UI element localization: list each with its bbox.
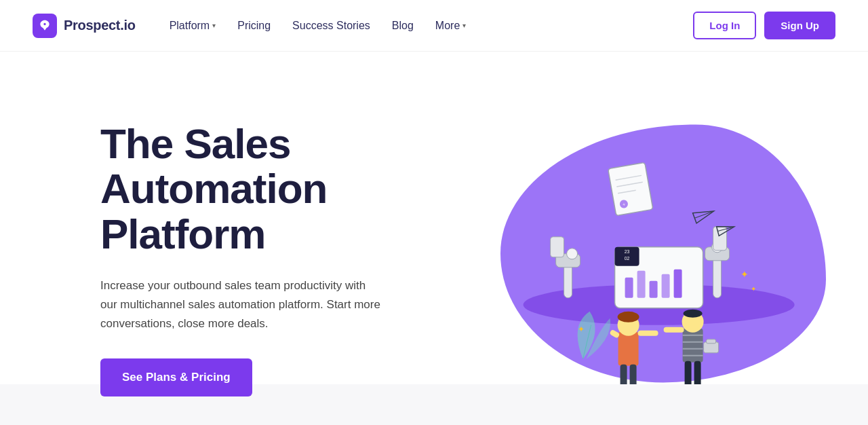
navigation: Prospect.io Platform ▾ Pricing Success S… (0, 0, 868, 52)
paper-plane-1 (693, 206, 716, 223)
cta-button[interactable]: See Plans & Pricing (100, 358, 252, 396)
nav-item-blog[interactable]: Blog (382, 14, 423, 37)
sparkle-3: ✦ (578, 325, 585, 334)
nav-links: Platform ▾ Pricing Success Stories Blog … (160, 14, 694, 37)
logo[interactable]: Prospect.io (33, 14, 136, 38)
svg-rect-8 (713, 227, 727, 251)
svg-rect-34 (638, 331, 658, 336)
svg-rect-45 (707, 339, 716, 344)
sparkle-1: ✦ (741, 269, 749, 280)
prospect-logo-symbol (38, 19, 52, 33)
svg-rect-46 (664, 327, 684, 333)
svg-rect-4 (551, 237, 564, 257)
hero-section: The Sales Automation Platform Increase y… (0, 52, 868, 425)
logo-icon (33, 14, 57, 38)
svg-point-43 (684, 310, 703, 318)
chevron-down-icon: ▾ (212, 22, 216, 29)
hero-content: The Sales Automation Platform Increase y… (100, 122, 426, 396)
signup-button[interactable]: Sign Up (764, 12, 835, 39)
svg-point-3 (567, 248, 578, 259)
svg-rect-12 (650, 281, 658, 298)
nav-actions: Log In Sign Up (693, 12, 835, 39)
nav-item-pricing[interactable]: Pricing (228, 14, 280, 37)
sparkle-2: ✦ (751, 285, 756, 293)
hero-title: The Sales Automation Platform (100, 122, 426, 258)
brand-name: Prospect.io (64, 18, 136, 33)
floating-doc: + (608, 162, 653, 215)
svg-rect-14 (674, 270, 682, 298)
nav-item-more[interactable]: More ▾ (426, 14, 475, 37)
chevron-down-icon-more: ▾ (462, 22, 466, 29)
nav-item-success-stories[interactable]: Success Stories (283, 14, 380, 37)
svg-rect-11 (637, 271, 646, 298)
login-button[interactable]: Log In (693, 12, 756, 39)
svg-text:23: 23 (625, 249, 630, 254)
svg-rect-13 (662, 274, 670, 298)
hero-illustration: 23 02 + (426, 92, 835, 425)
nav-item-platform[interactable]: Platform ▾ (160, 14, 226, 37)
hero-subtitle: Increase your outbound sales team produc… (100, 276, 385, 333)
svg-rect-10 (625, 278, 633, 298)
svg-rect-28 (618, 332, 639, 366)
hero-svg-illustration: 23 02 + (483, 101, 835, 393)
svg-rect-22 (608, 162, 653, 215)
svg-rect-35 (683, 329, 703, 363)
svg-point-32 (618, 312, 639, 322)
svg-text:02: 02 (625, 256, 630, 261)
